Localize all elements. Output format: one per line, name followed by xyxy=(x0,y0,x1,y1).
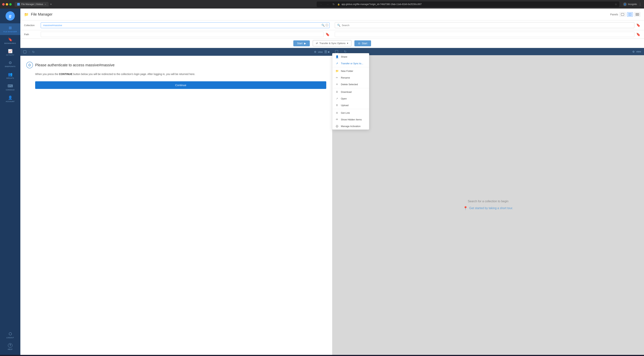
start-button-left[interactable]: Start ▶ xyxy=(293,40,310,46)
refresh-button-right[interactable]: ↻ xyxy=(344,50,346,53)
transfer-sync-button[interactable]: ⇄ Transfer & Sync Options ▾ xyxy=(313,40,352,46)
menu-item-upload[interactable]: ⬆ Upload xyxy=(332,102,369,109)
continue-button[interactable]: Continue xyxy=(35,81,326,89)
sidebar-item-bookmarks[interactable]: 🔖 BOOKMARKS xyxy=(0,35,20,47)
refresh-button-left[interactable]: ↻ xyxy=(32,50,34,54)
start-button-right[interactable]: ⊙ Start xyxy=(354,40,371,46)
bookmark-path-left[interactable]: 🔖 xyxy=(326,33,330,37)
endpoints-icon: ⊙ xyxy=(9,60,12,65)
view-settings-icon-left[interactable]: ⚙ xyxy=(314,50,316,53)
view-button-right[interactable]: view xyxy=(636,50,641,53)
file-manager-body: Collection 🔍 ✕ 🔍 🔖 xyxy=(20,20,644,355)
sidebar-item-label-groups: GROUPS xyxy=(6,77,14,79)
traffic-lights xyxy=(2,3,12,6)
app-header: 📁 File Manager Panels xyxy=(20,9,644,20)
collection-search-icon[interactable]: 🔍 xyxy=(322,24,324,27)
search-panel-message: Search for a collection to begin xyxy=(468,200,508,203)
transfer-sync-label: Transfer & Sync Options xyxy=(320,42,346,45)
new-folder-icon: 📁 xyxy=(335,70,339,72)
activity-icon: 📈 xyxy=(8,49,12,53)
tour-link[interactable]: 📍 Get started by taking a short tour. xyxy=(463,206,513,210)
tab-title: File Manager | Globus xyxy=(21,3,43,6)
svg-rect-3 xyxy=(636,13,636,16)
menu-item-download[interactable]: ⬇ Download xyxy=(332,89,369,95)
menu-item-share[interactable]: 👤 Share xyxy=(332,53,369,60)
sidebar-item-groups[interactable]: 👥 GROUPS xyxy=(0,70,20,82)
svg-rect-1 xyxy=(628,13,630,16)
download-icon: ⬇ xyxy=(335,90,339,93)
active-tab[interactable]: File Manager | Globus ✕ xyxy=(14,2,49,7)
menu-item-new-folder[interactable]: 📁 New Folder xyxy=(332,68,369,74)
sidebar-item-account[interactable]: 👤 ACCOUNT xyxy=(0,93,20,105)
auth-body-text1: When you press the xyxy=(35,73,59,76)
sidebar-item-label-bookmarks: BOOKMARKS xyxy=(4,43,16,45)
panel-menu-left[interactable]: ☰◀ xyxy=(324,50,329,54)
tab-close-button[interactable]: ✕ xyxy=(44,3,46,5)
menu-item-manage-activation[interactable]: ⏻ Manage Activation xyxy=(332,123,369,130)
path-field-right[interactable] xyxy=(335,32,634,37)
search-field-right[interactable] xyxy=(342,24,632,27)
lock-icon: 🔒 xyxy=(337,3,340,6)
path-label-left: Path xyxy=(24,33,39,36)
help-icon: ? xyxy=(8,343,12,348)
play-icon-left: ▶ xyxy=(304,42,306,45)
menu-item-transfer-sync[interactable]: ↗ Transfer or Sync to... xyxy=(332,60,369,67)
right-panel-toolbar: ↑ ↻ ⚙ view xyxy=(332,48,644,55)
sidebar-item-file-manager[interactable]: ⊞ FILE MANAGER xyxy=(0,23,20,35)
dual-panel-button[interactable] xyxy=(627,12,633,17)
sidebar-item-help[interactable]: ? HELP xyxy=(0,341,20,353)
select-all-checkbox-left[interactable] xyxy=(23,50,26,53)
menu-item-show-hidden[interactable]: 👁 Show Hidden Items xyxy=(332,116,369,123)
back-button[interactable]: ← xyxy=(319,3,324,6)
triple-panel-button[interactable] xyxy=(634,12,640,17)
transfer-sync-menu-icon: ↗ xyxy=(335,62,339,65)
context-menu: 👤 Share ↗ Transfer or Sync to... 📁 New F… xyxy=(332,53,369,130)
up-directory-button-right[interactable]: ↑ xyxy=(340,50,342,53)
forward-button[interactable]: → xyxy=(325,3,330,6)
new-tab-button[interactable]: + xyxy=(50,3,52,6)
maximize-button[interactable] xyxy=(9,3,12,6)
menu-item-get-link[interactable]: ⊚ Get Link xyxy=(332,110,369,116)
tour-link-label: Get started by taking a short tour. xyxy=(469,207,513,210)
manage-activation-icon: ⏻ xyxy=(335,125,339,128)
browser-chrome: File Manager | Globus ✕ + ← → ↻ 🔒 app.gl… xyxy=(0,0,644,9)
sidebar-item-logout[interactable]: ⬡ LOGOUT xyxy=(0,329,20,341)
menu-item-open-label: Open xyxy=(341,97,347,100)
sidebar-item-endpoints[interactable]: ⊙ ENDPOINTS xyxy=(0,58,20,70)
sidebar-item-activity[interactable]: 📈 ACTIVITY xyxy=(0,47,20,58)
single-panel-button[interactable] xyxy=(620,12,626,17)
refresh-button[interactable]: ↻ xyxy=(332,3,336,6)
chrome-menu-button[interactable]: ⋮ xyxy=(638,2,642,6)
menu-item-delete-label: Delete Selected xyxy=(341,83,358,86)
collection-input-left[interactable]: 🔍 ✕ xyxy=(41,23,330,28)
menu-item-delete[interactable]: ✕ Delete Selected xyxy=(332,81,369,88)
up-directory-button-left[interactable]: ↑ xyxy=(28,50,30,54)
menu-item-rename[interactable]: ✏ Rename xyxy=(332,74,369,81)
search-icon-right: 🔍 xyxy=(337,24,340,27)
bookmark-star-icon[interactable]: ☆ xyxy=(615,3,617,6)
collection-search-right[interactable]: 🔍 xyxy=(335,22,634,28)
sidebar-item-console[interactable]: ⌨ CONSOLE xyxy=(0,82,20,93)
collection-row: Collection 🔍 ✕ 🔍 🔖 xyxy=(20,20,644,30)
collection-field-left[interactable] xyxy=(43,24,323,27)
menu-item-show-hidden-label: Show Hidden Items xyxy=(341,118,362,121)
show-hidden-icon: 👁 xyxy=(335,118,339,121)
power-icon: ⏻ xyxy=(26,62,33,68)
left-panel-container: ↑ ↻ ⚙ view ☰◀ ⏻ xyxy=(20,48,332,355)
close-button[interactable] xyxy=(2,3,5,6)
sidebar-item-label-logout: LOGOUT xyxy=(6,337,14,339)
collection-clear-icon[interactable]: ✕ xyxy=(325,24,328,27)
sidebar-item-label-endpoints: ENDPOINTS xyxy=(5,66,15,68)
view-button-left[interactable]: view xyxy=(318,51,323,53)
menu-item-share-label: Share xyxy=(341,55,347,58)
path-field-left[interactable] xyxy=(41,32,324,37)
select-all-checkbox-right[interactable] xyxy=(335,50,338,53)
view-settings-icon-right[interactable]: ⚙ xyxy=(632,50,635,53)
bookmark-path-right[interactable]: 🔖 xyxy=(636,33,640,37)
sidebar-item-label-help: HELP xyxy=(8,348,12,350)
bookmark-icon-right[interactable]: 🔖 xyxy=(636,23,640,27)
url-text[interactable]: app.globus.org/file-manager?origin_id=74… xyxy=(342,3,613,6)
menu-item-open[interactable]: ↗ Open xyxy=(332,95,369,102)
minimize-button[interactable] xyxy=(6,3,8,6)
globus-logo: g xyxy=(6,11,15,21)
